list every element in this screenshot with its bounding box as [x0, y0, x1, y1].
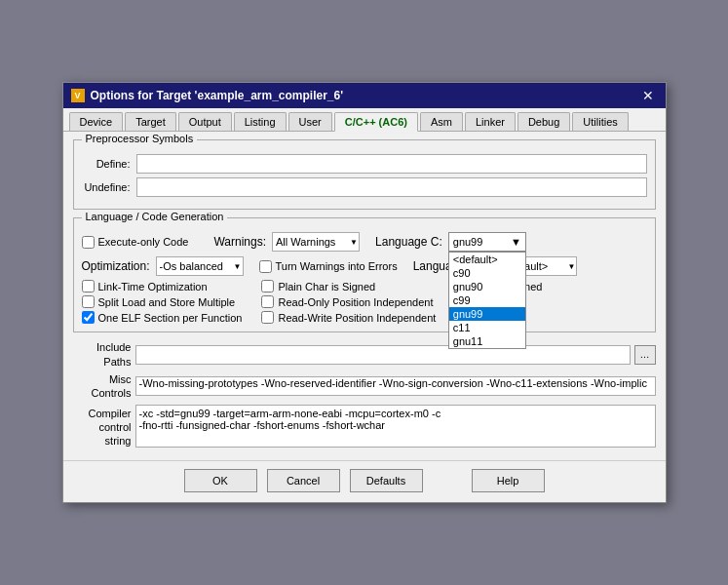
- close-button[interactable]: ✕: [638, 88, 658, 103]
- language-c-list: <default> c90 gnu90 c99 gnu99 c11 gnu11: [448, 252, 526, 349]
- compiler-textarea[interactable]: -xc -std=gnu99 -target=arm-arm-none-eabi…: [135, 405, 656, 448]
- readwrite-pos-checkbox[interactable]: [261, 311, 274, 324]
- define-label: Define:: [82, 158, 131, 170]
- turn-warnings-label: Turn Warnings into Errors: [276, 260, 398, 272]
- tab-cpp-ac6[interactable]: C/C++ (AC6): [334, 112, 418, 132]
- tab-asm[interactable]: Asm: [420, 112, 463, 131]
- tab-target[interactable]: Target: [125, 112, 176, 131]
- tab-listing[interactable]: Listing: [234, 112, 287, 131]
- dialog-title: Options for Target 'example_arm_compiler…: [91, 89, 344, 102]
- language-c-value: gnu99: [453, 236, 483, 248]
- tab-bar: Device Target Output Listing User C/C++ …: [63, 108, 666, 132]
- compiler-control-row: Compiler control string -xc -std=gnu99 -…: [73, 405, 656, 448]
- row-execute: Execute-only Code Warnings: All Warnings…: [82, 232, 647, 252]
- language-c-dropdown: gnu99 ▼ <default> c90 gnu90 c99 gnu99 c1…: [448, 232, 526, 252]
- readonly-pos-label: Read-Only Position Independent: [278, 296, 433, 308]
- language-c-label: Language C:: [375, 235, 442, 249]
- paths-input[interactable]: [135, 345, 631, 365]
- ok-button[interactable]: OK: [184, 469, 257, 492]
- split-load-label: Split Load and Store Multiple: [98, 296, 236, 308]
- execute-only-check: Execute-only Code: [82, 236, 189, 249]
- undefine-input[interactable]: [136, 177, 647, 197]
- define-input[interactable]: [136, 154, 647, 174]
- language-c-box[interactable]: gnu99 ▼: [448, 232, 526, 252]
- col2: Plain Char is Signed Read-Only Position …: [261, 280, 436, 324]
- tab-debug[interactable]: Debug: [517, 112, 570, 131]
- plain-char-checkbox[interactable]: [261, 280, 274, 292]
- language-code-title: Language / Code Generation: [82, 211, 228, 222]
- cancel-button[interactable]: Cancel: [267, 469, 340, 492]
- button-bar: OK Cancel Defaults Help: [63, 460, 666, 502]
- misc-label: Misc Controls: [73, 372, 132, 401]
- preprocessor-group: Preprocessor Symbols Define: Undefine:: [73, 139, 656, 210]
- turn-warnings-checkbox[interactable]: [259, 260, 272, 273]
- defaults-button[interactable]: Defaults: [350, 469, 423, 492]
- app-icon: V: [71, 89, 85, 102]
- split-load-check: Split Load and Store Multiple: [82, 295, 243, 308]
- help-button[interactable]: Help: [472, 469, 545, 492]
- misc-controls-row: Misc Controls -Wno-missing-prototypes -W…: [73, 372, 656, 401]
- plain-char-check: Plain Char is Signed: [261, 280, 436, 292]
- tab-device[interactable]: Device: [69, 112, 124, 131]
- one-elf-check: One ELF Section per Function: [82, 311, 243, 324]
- title-bar-left: V Options for Target 'example_arm_compil…: [71, 89, 344, 102]
- optimization-label: Optimization:: [82, 259, 150, 273]
- warnings-label: Warnings:: [213, 235, 266, 249]
- undefine-label: Undefine:: [82, 181, 131, 193]
- language-c-arrow: ▼: [511, 236, 521, 248]
- include-paths-row: Include Paths …: [73, 340, 656, 369]
- opt-gnu11[interactable]: gnu11: [449, 334, 525, 348]
- title-bar: V Options for Target 'example_arm_compil…: [63, 83, 666, 108]
- preprocessor-title: Preprocessor Symbols: [82, 133, 198, 144]
- execute-only-label: Execute-only Code: [98, 236, 189, 248]
- readonly-pos-check: Read-Only Position Independent: [261, 295, 436, 308]
- tab-linker[interactable]: Linker: [465, 112, 516, 131]
- optimization-select[interactable]: -Os balanced: [156, 256, 244, 276]
- optimization-select-wrapper: -Os balanced ▼: [156, 256, 244, 276]
- readwrite-pos-label: Read-Write Position Independent: [278, 312, 436, 324]
- content-area: Preprocessor Symbols Define: Undefine: L…: [63, 132, 666, 459]
- opt-c90[interactable]: c90: [449, 266, 525, 280]
- link-time-checkbox[interactable]: [82, 280, 95, 292]
- execute-only-checkbox[interactable]: [82, 236, 95, 249]
- split-load-checkbox[interactable]: [82, 295, 95, 308]
- opt-gnu90[interactable]: gnu90: [449, 280, 525, 293]
- language-code-group: Language / Code Generation Execute-only …: [73, 217, 656, 332]
- col1: Link-Time Optimization Split Load and St…: [82, 280, 243, 324]
- opt-c11[interactable]: c11: [449, 321, 525, 334]
- warnings-select-wrapper: All Warnings ▼: [272, 232, 360, 252]
- row-optimization: Optimization: -Os balanced ▼ Turn Warnin…: [82, 256, 647, 276]
- turn-warnings-check: Turn Warnings into Errors: [259, 260, 398, 273]
- browse-button[interactable]: …: [634, 345, 656, 365]
- warnings-select[interactable]: All Warnings: [272, 232, 360, 252]
- main-dialog: V Options for Target 'example_arm_compil…: [62, 82, 667, 502]
- misc-input-display: -Wno-missing-prototypes -Wno-reserved-id…: [135, 376, 656, 396]
- readonly-pos-checkbox[interactable]: [261, 295, 274, 308]
- opt-gnu99[interactable]: gnu99: [449, 307, 525, 321]
- plain-char-label: Plain Char is Signed: [278, 281, 375, 292]
- opt-default[interactable]: <default>: [449, 253, 525, 266]
- undefine-row: Undefine:: [82, 177, 647, 197]
- checkbox-rows: Link-Time Optimization Split Load and St…: [82, 280, 647, 324]
- one-elf-label: One ELF Section per Function: [98, 312, 243, 324]
- one-elf-checkbox[interactable]: [82, 311, 95, 324]
- define-row: Define:: [82, 154, 647, 174]
- tab-user[interactable]: User: [288, 112, 332, 131]
- link-time-label: Link-Time Optimization: [98, 281, 208, 292]
- tab-output[interactable]: Output: [178, 112, 232, 131]
- paths-label: Include Paths: [73, 340, 132, 369]
- compiler-label: Compiler control string: [73, 405, 132, 448]
- tab-utilities[interactable]: Utilities: [572, 112, 628, 131]
- readwrite-pos-check: Read-Write Position Independent: [261, 311, 436, 324]
- link-time-check: Link-Time Optimization: [82, 280, 243, 292]
- opt-c99[interactable]: c99: [449, 293, 525, 307]
